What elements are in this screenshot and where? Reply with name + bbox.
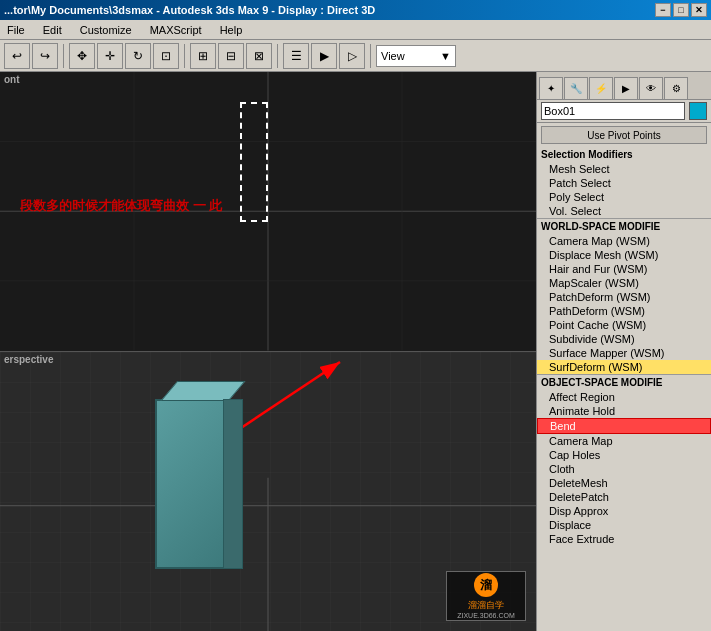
3d-box-object [155,381,230,566]
tb-sep2 [184,44,185,68]
logo-text2: ZIXUE.3D66.COM [457,612,515,619]
modifier-deletepatch[interactable]: DeletePatch [537,490,711,504]
modifier-bend[interactable]: Bend [537,418,711,434]
window-controls: − □ ✕ [655,3,707,17]
annotation-text: 段数多的时候才能体现弯曲效 一 此 [20,197,222,215]
modifier-affect-region[interactable]: Affect Region [537,390,711,404]
menu-help[interactable]: Help [217,23,246,37]
logo-text1: 溜溜自学 [468,599,504,612]
tb-move[interactable]: ✛ [97,43,123,69]
modifier-patchdeform-wsm[interactable]: PatchDeform (WSM) [537,290,711,304]
menu-bar: File Edit Customize MAXScript Help [0,20,711,40]
modifier-displace[interactable]: Displace [537,518,711,532]
close-button[interactable]: ✕ [691,3,707,17]
panel-tabs: ✦ 🔧 ⚡ ▶ 👁 ⚙ [537,72,711,100]
viewport-area: ont 段数多的时候才能体现弯曲效 一 此 [0,72,536,631]
logo-watermark: 溜 溜溜自学 ZIXUE.3D66.COM [446,571,526,621]
menu-edit[interactable]: Edit [40,23,65,37]
modifier-displace-mesh-wsm[interactable]: Displace Mesh (WSM) [537,248,711,262]
maximize-button[interactable]: □ [673,3,689,17]
tb-layer[interactable]: ☰ [283,43,309,69]
modifier-mapscaler-wsm[interactable]: MapScaler (WSM) [537,276,711,290]
tb-sep4 [370,44,371,68]
dropdown-arrow-icon: ▼ [440,50,451,62]
world-space-header: WORLD-SPACE MODIFIE [537,218,711,234]
modifier-disp-approx[interactable]: Disp Approx [537,504,711,518]
modifier-camera-map[interactable]: Camera Map [537,434,711,448]
right-panel: ✦ 🔧 ⚡ ▶ 👁 ⚙ Use Pivot Points Selection M… [536,72,711,631]
menu-file[interactable]: File [4,23,28,37]
selection-outline [240,102,268,222]
tab-modify[interactable]: 🔧 [564,77,588,99]
tab-hierarchy[interactable]: ⚡ [589,77,613,99]
object-name-bar [537,100,711,123]
menu-customize[interactable]: Customize [77,23,135,37]
modifier-surfacemapper-wsm[interactable]: Surface Mapper (WSM) [537,346,711,360]
modifier-surfdeform-wsm[interactable]: SurfDeform (WSM) [537,360,711,374]
pivot-btn-label: Use Pivot Points [587,130,660,141]
title-bar: ...tor\My Documents\3dsmax - Autodesk 3d… [0,0,711,20]
tb-mirror[interactable]: ⊟ [218,43,244,69]
tb-select[interactable]: ✥ [69,43,95,69]
tb-snap[interactable]: ⊞ [190,43,216,69]
tb-render-quick[interactable]: ▷ [339,43,365,69]
modifier-patch-select[interactable]: Patch Select [537,176,711,190]
viewport-front[interactable]: ont 段数多的时候才能体现弯曲效 一 此 [0,72,536,352]
menu-maxscript[interactable]: MAXScript [147,23,205,37]
tab-create[interactable]: ✦ [539,77,563,99]
object-space-header: OBJECT-SPACE MODIFIE [537,374,711,390]
main-toolbar: ↩ ↪ ✥ ✛ ↻ ⊡ ⊞ ⊟ ⊠ ☰ ▶ ▷ View ▼ [0,40,711,72]
modifier-list-scroll[interactable]: Use Pivot Points Selection Modifiers Mes… [537,123,711,631]
modifier-cloth[interactable]: Cloth [537,462,711,476]
modifier-cap-holes[interactable]: Cap Holes [537,448,711,462]
modifier-face-extrude[interactable]: Face Extrude [537,532,711,546]
modifier-pointcache-wsm[interactable]: Point Cache (WSM) [537,318,711,332]
title-text: ...tor\My Documents\3dsmax - Autodesk 3d… [4,4,375,16]
modifier-mesh-select[interactable]: Mesh Select [537,162,711,176]
object-name-input[interactable] [541,102,685,120]
object-color-swatch[interactable] [689,102,707,120]
minimize-button[interactable]: − [655,3,671,17]
tb-undo[interactable]: ↩ [4,43,30,69]
use-pivot-points-btn[interactable]: Use Pivot Points [541,126,707,144]
main-area: ont 段数多的时候才能体现弯曲效 一 此 [0,72,711,631]
selection-modifiers-header: Selection Modifiers [537,147,711,162]
modifier-vol-select[interactable]: Vol. Select [537,204,711,218]
modifier-subdivide-wsm[interactable]: Subdivide (WSM) [537,332,711,346]
tb-scale[interactable]: ⊡ [153,43,179,69]
modifier-hair-fur-wsm[interactable]: Hair and Fur (WSM) [537,262,711,276]
tab-display[interactable]: 👁 [639,77,663,99]
tb-sep3 [277,44,278,68]
box-right-face [223,399,243,569]
tb-sep1 [63,44,64,68]
tb-render-scene[interactable]: ▶ [311,43,337,69]
view-dropdown[interactable]: View ▼ [376,45,456,67]
modifier-camera-map-wsm[interactable]: Camera Map (WSM) [537,234,711,248]
tab-motion[interactable]: ▶ [614,77,638,99]
tb-align[interactable]: ⊠ [246,43,272,69]
modifier-pathdeform-wsm[interactable]: PathDeform (WSM) [537,304,711,318]
tb-rotate[interactable]: ↻ [125,43,151,69]
viewport-perspective[interactable]: erspective [0,352,536,632]
tab-utilities[interactable]: ⚙ [664,77,688,99]
modifier-animate-hold[interactable]: Animate Hold [537,404,711,418]
box-front-face [155,399,225,569]
modifier-poly-select[interactable]: Poly Select [537,190,711,204]
logo-icon: 溜 [474,573,498,597]
tb-redo[interactable]: ↪ [32,43,58,69]
view-label: View [381,50,405,62]
modifier-deletemesh[interactable]: DeleteMesh [537,476,711,490]
